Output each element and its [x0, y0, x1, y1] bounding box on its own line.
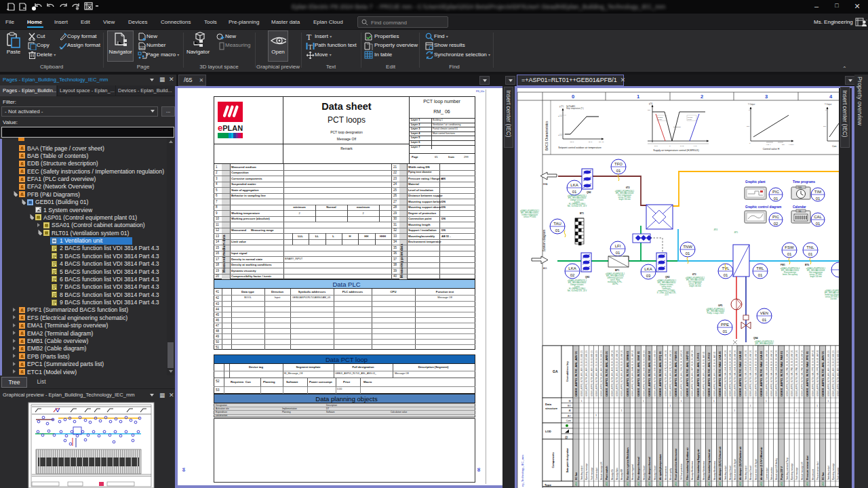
svg-text:AGB: AGB — [781, 482, 783, 486]
svg-text:device: device — [688, 119, 692, 120]
svg-text:EHA: EHA — [543, 183, 547, 186]
svg-text:01: 01 — [724, 273, 728, 277]
svg-text:TAU: TAU — [553, 222, 561, 226]
svg-text:GEB01_ASP01_RLT01_NAU_PPE_01_B: GEB01_ASP01_RLT01_NAU_PPE_01_BI_02_MW_01 — [816, 350, 819, 396]
svg-text:GA: GA — [553, 369, 558, 373]
svg-text:AGB: AGB — [675, 482, 677, 486]
svg-text:Switching output: Switching output — [827, 466, 830, 480]
svg-text:T: T — [309, 43, 313, 50]
svg-text:GEB01_ASP01_RLT01_ANL_ABV_01_B: GEB01_ASP01_RLT01_ANL_ABV_01_BI_02_MW_01 — [832, 350, 835, 396]
svg-text:Graphic control diagram: Graphic control diagram — [745, 205, 781, 209]
svg-text:AUL: AUL — [543, 267, 547, 270]
svg-text:TNW: TNW — [683, 245, 692, 249]
svg-text:GEB01_ASP01_RLT01_NAU_LKA 01: GEB01_ASP01_RLT01_NAU_LKA 01 — [718, 350, 722, 396]
svg-text:6T2: 6T2 — [626, 186, 630, 189]
svg-text:Message Closed: Message Closed — [749, 466, 752, 480]
svg-text:AGB: AGB — [606, 482, 608, 486]
svg-text:LKA: LKA — [570, 183, 578, 187]
svg-text:Operating message: Operating message — [791, 463, 793, 480]
svg-text:=GSA01+F1&FPS/255.1EPL_EES.BAG: =GSA01+F1&FPS/255.1EPL_EES.BAG206003Damp… — [568, 195, 587, 207]
svg-text:Pump 230 V: Pump 230 V — [781, 466, 783, 480]
svg-text:26°C: 26°C — [589, 141, 593, 143]
svg-text:Message Maintenance: Message Maintenance — [713, 460, 716, 480]
svg-text:Operating message: Operating message — [832, 463, 835, 480]
svg-text:ng_Technology_IEC_mm: ng_Technology_IEC_mm — [521, 455, 524, 487]
svg-text:Min pressure: Min pressure — [812, 468, 814, 480]
svg-text:AI: AI — [569, 409, 571, 412]
svg-text:=GSA01+F1&FPS/4.6EPL_EES.BAD10: =GSA01+F1&FPS/4.6EPL_EES.BAD101002Immers… — [825, 289, 839, 300]
svg-text:TIM: TIM — [814, 190, 821, 194]
svg-text:GEB01_ASP01_RLT01_ANL_BSK 02: GEB01_ASP01_RLT01_ANL_BSK 02 — [648, 350, 651, 396]
svg-text:3: 3 — [765, 94, 768, 100]
svg-text:GEB01_ASP01_RLT01_ANL_FSM 01: GEB01_ASP01_RLT01_ANL_FSM 01 — [674, 350, 677, 396]
svg-text:=GSA01+F1&FPS/102.1EPL_EES.BAD: =GSA01+F1&FPS/102.1EPL_EES.BAD103001Outd… — [520, 209, 540, 218]
svg-text:BT1: BT1 — [580, 212, 584, 215]
svg-text:deadband: deadband — [673, 126, 681, 128]
svg-text:100: 100 — [747, 125, 750, 127]
svg-text:Setp. temperature (T¹): Setp. temperature (T¹) — [566, 107, 584, 110]
svg-text:01: 01 — [758, 273, 763, 277]
svg-text:BACS Characteristics: BACS Characteristics — [545, 121, 549, 150]
svg-text:AO: AO — [568, 415, 571, 418]
svg-text:CAL: CAL — [798, 210, 802, 213]
svg-text:structure: structure — [545, 407, 558, 410]
svg-text:GEB01_ASP01_RLT01_ANL_ANS 01: GEB01_ASP01_RLT01_ANL_ANS 01 — [605, 350, 608, 396]
svg-text:0: 0 — [749, 142, 751, 144]
svg-text:GEB01_ASP01_RLT01_ANL_LFI_01_B: GEB01_ASP01_RLT01_ANL_LFI_01_BI_01_MW_01 — [703, 351, 705, 396]
svg-text:Plant switch: Plant switch — [606, 466, 608, 480]
svg-text:Return position: Return position — [770, 467, 773, 480]
svg-text:GEB01_ASP01_RLT01_ANL_ABV_01_B: GEB01_ASP01_RLT01_ANL_ABV_01_BI_01_MW_01 — [580, 350, 583, 396]
svg-text:-12°C: -12°C — [570, 141, 574, 143]
svg-text:Data point designation: Data point designation — [566, 448, 569, 473]
svg-text:GEB01_ASP01_RLT01_ANL_BSK_01_B: GEB01_ASP01_RLT01_ANL_BSK_01_BI_01_MW_01 — [643, 350, 646, 396]
svg-text:cooling: cooling — [688, 117, 693, 118]
svg-text:BP1: BP1 — [615, 269, 619, 272]
svg-text:QN4: QN4 — [753, 337, 758, 340]
svg-text:=GSA01+F1&FPS/201.1EPL_EES.BAG: =GSA01+F1&FPS/201.1EPL_EES.BAG206010Damp… — [657, 279, 677, 296]
svg-text:BI: BI — [569, 400, 571, 403]
svg-text:Fire alarm system Shutdown: Fire alarm system Shutdown — [627, 447, 629, 480]
svg-text:Frost protection thermostat: Frost protection thermostat — [675, 448, 677, 480]
svg-text:GEB01_ASP01_RLT01_ANL_ANS_01_B: GEB01_ASP01_RLT01_ANL_ANS_01_BI_01_MW_01 — [611, 350, 614, 396]
svg-text:18°C: 18°C — [558, 134, 562, 136]
svg-text:Air damper (0-10V°)/Mixed air: Air damper (0-10V°)/Mixed air — [760, 447, 763, 480]
svg-text:Pressure sensor duct: Pressure sensor duct — [816, 462, 819, 480]
svg-text:GEB01_ASP01_RLT01_ANL_LFI 02: GEB01_ASP01_RLT01_ANL_LFI 02 — [707, 352, 711, 396]
svg-text:FSW: FSW — [785, 245, 794, 249]
svg-text:GEB01_ASP01_RLT01_ANL_HKP 01: GEB01_ASP01_RLT01_ANL_HKP 01 — [686, 350, 689, 396]
svg-text:2: 2 — [701, 94, 703, 100]
svg-text:1: 1 — [637, 94, 639, 100]
svg-text:GEB01_ASP01_RLT01_NAU_LKA_02_B: GEB01_ASP01_RLT01_NAU_LKA_02_BI_02_MW_01 — [749, 350, 752, 396]
svg-text:EC fan: EC fan — [822, 472, 825, 480]
svg-text:Ta (°C): Ta (°C) — [599, 141, 604, 143]
svg-text:24°C: 24°C — [558, 115, 562, 117]
svg-text:GEB01_ASP01_RLT01_NAU_PAB 01: GEB01_ASP01_RLT01_NAU_PAB 01 — [780, 350, 783, 396]
svg-text:Filter monitoring Supply air: Filter monitoring Supply air — [697, 449, 700, 480]
svg-text:GEB01_ASP01_RLT01_ANL_BMA_01_B: GEB01_ASP01_RLT01_ANL_BMA_01_BI_01_MW_01 — [631, 350, 634, 396]
svg-text:AGB: AGB — [659, 482, 662, 486]
svg-text:LKA: LKA — [644, 267, 652, 271]
svg-text:User address key: User address key — [566, 361, 569, 382]
svg-text:Control output: Control output — [766, 468, 768, 480]
svg-text:QN3: QN3 — [665, 276, 670, 279]
svg-text:=GSA01+F1&FPS/100.1EPL_EES.BAD: =GSA01+F1&FPS/100.1EPL_EES.BAD101008Duct… — [615, 190, 635, 201]
svg-text:Air damper (O)/C) Exhaust air: Air damper (O)/C) Exhaust air — [719, 446, 722, 480]
svg-text:Manual message L/R: Manual message L/R — [600, 462, 603, 480]
svg-text:PPE: PPE — [721, 323, 729, 327]
svg-text:Message On: Message On — [611, 469, 614, 480]
svg-text:GEB01_ASP01_RLT01_NAU_LKA_03_B: GEB01_ASP01_RLT01_NAU_LKA_03_BI_01_MW_01 — [766, 350, 768, 396]
svg-text:GEB01_ASP01_RLT01_ANL_BMA 01: GEB01_ASP01_RLT01_ANL_BMA 01 — [626, 350, 629, 396]
svg-text:(AKT%): (AKT%) — [789, 144, 794, 145]
svg-text:LKA: LKA — [568, 266, 576, 270]
svg-text:AGB: AGB — [686, 482, 689, 486]
svg-text:AGB: AGB — [719, 482, 722, 486]
svg-text:AGB: AGB — [637, 482, 640, 486]
svg-text:%: % — [749, 109, 751, 111]
svg-text:GP5: GP5 — [718, 304, 723, 307]
svg-text:GEB01_ASP01_RLT01_NAU_LKA 03: GEB01_ASP01_RLT01_NAU_LKA 03 — [760, 350, 763, 396]
svg-text:=GSA01+F1&FPS/105.1EPL_EES.BAD: =GSA01+F1&FPS/105.1EPL_EES.BAD101008Duct… — [806, 267, 826, 278]
svg-text:GEB01_ASP01_RLT01_ANL_LFI 01: GEB01_ASP01_RLT01_ANL_LFI 01 — [696, 352, 700, 396]
svg-text:6T3: 6T3 — [692, 273, 696, 276]
svg-text:GEB01_ASP01_RLT01_NAU_PAB_01_B: GEB01_ASP01_RLT01_NAU_PAB_01_BI_01_MW_01 — [786, 350, 789, 396]
svg-text:GEB01_ASP01_RLT01_ANL_HKP_01_B: GEB01_ASP01_RLT01_ANL_HKP_01_BI_01_MW_01 — [691, 350, 694, 396]
